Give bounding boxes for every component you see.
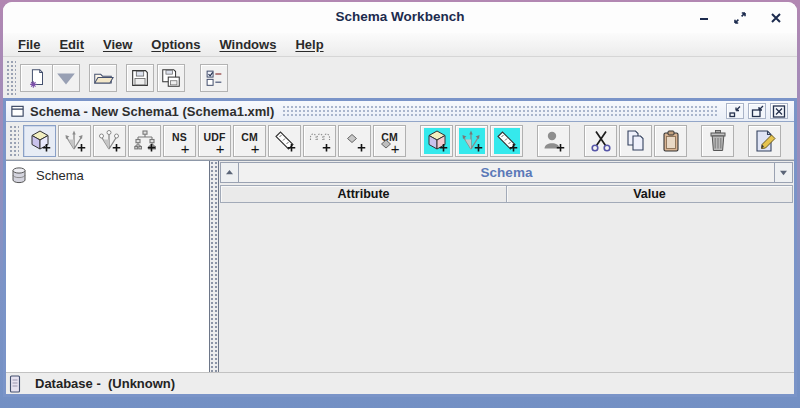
- add-role-icon: [541, 128, 567, 154]
- arrow-up-icon: [225, 169, 234, 176]
- database-icon: [11, 167, 27, 184]
- menu-edit[interactable]: Edit: [51, 35, 92, 54]
- schema-tree[interactable]: Schema: [6, 161, 210, 372]
- add-dimension-button[interactable]: [58, 125, 91, 157]
- schema-frame-titlebar[interactable]: Schema - New Schema1 (Schema1.xml): [6, 101, 794, 122]
- paste-icon: [658, 128, 684, 154]
- add-calculated-member-diamond-icon: CM +: [377, 128, 403, 154]
- new-schema-split-button: [20, 64, 80, 92]
- close-button[interactable]: [768, 10, 783, 25]
- frame-minimize-button[interactable]: [726, 103, 744, 119]
- add-measure-button[interactable]: [268, 125, 301, 157]
- restore-icon: [733, 11, 747, 25]
- add-role-button[interactable]: [537, 125, 570, 157]
- preferences-button[interactable]: [200, 64, 228, 92]
- menu-windows[interactable]: Windows: [211, 35, 284, 54]
- database-status-text: Database - (Unknown): [35, 376, 175, 391]
- add-virtual-cube-button[interactable]: [420, 125, 453, 157]
- add-udf-button[interactable]: UDF +: [198, 125, 231, 157]
- attribute-table-header: Attribute Value: [220, 185, 793, 203]
- new-schema-dropdown-button[interactable]: [52, 64, 80, 92]
- add-calculated-member-property-button[interactable]: CM +: [373, 125, 406, 157]
- menu-options[interactable]: Options: [143, 35, 208, 54]
- attribute-panel-header: Schema: [220, 162, 793, 183]
- menubar: File Edit View Options Windows Help: [3, 33, 797, 57]
- add-cube-button[interactable]: [23, 125, 56, 157]
- edit-mode-button[interactable]: [748, 125, 781, 157]
- add-named-set-button[interactable]: NS +: [163, 125, 196, 157]
- save-as-icon: [160, 67, 182, 89]
- split-pane-divider[interactable]: [210, 161, 219, 372]
- menu-help[interactable]: Help: [287, 35, 331, 54]
- schema-frame-controls: [726, 103, 788, 119]
- add-dimension-usage-button[interactable]: [93, 125, 126, 157]
- save-button[interactable]: [126, 64, 154, 92]
- copy-icon: [623, 128, 649, 154]
- frame-close-button[interactable]: [770, 103, 788, 119]
- add-calculated-member-icon: CM +: [237, 128, 263, 154]
- database-statusbar: Database - (Unknown): [6, 372, 794, 394]
- add-property-icon: [342, 128, 368, 154]
- add-calculated-member-button[interactable]: CM +: [233, 125, 266, 157]
- add-virtual-measure-icon: [494, 128, 520, 154]
- attribute-table-body[interactable]: [219, 203, 794, 372]
- toolbar-grip[interactable]: [6, 60, 16, 95]
- new-schema-button[interactable]: [20, 64, 52, 92]
- schema-frame-icon: [10, 104, 25, 119]
- tree-item-schema[interactable]: Schema: [11, 167, 204, 184]
- add-virtual-dimension-icon: [459, 128, 485, 154]
- add-dimension-icon: [62, 128, 88, 154]
- schema-internal-frame: Schema - New Schema1 (Schema1.xml): [3, 98, 797, 397]
- tree-item-label: Schema: [36, 168, 84, 183]
- add-hierarchy-button[interactable]: [128, 125, 161, 157]
- add-level-button[interactable]: [303, 125, 336, 157]
- preferences-icon: [203, 67, 225, 89]
- schema-workbench-window: Schema Workbench File Edit View Options …: [3, 2, 797, 397]
- window-title: Schema Workbench: [3, 9, 797, 24]
- add-dimension-usage-icon: [97, 128, 123, 154]
- dropdown-button[interactable]: [774, 162, 793, 183]
- add-virtual-measure-button[interactable]: [490, 125, 523, 157]
- collapse-button[interactable]: [220, 162, 239, 183]
- column-header-attribute[interactable]: Attribute: [220, 185, 507, 203]
- delete-icon: [705, 128, 731, 154]
- schema-toolbar: NS + UDF + CM +: [6, 122, 794, 160]
- cut-button[interactable]: [584, 125, 617, 157]
- open-button[interactable]: [89, 64, 117, 92]
- menu-view[interactable]: View: [95, 35, 140, 54]
- add-hierarchy-icon: [132, 128, 158, 154]
- frame-close-icon: [772, 105, 786, 118]
- window-controls: [696, 10, 783, 25]
- minimize-icon: [697, 11, 711, 25]
- add-named-set-icon: NS +: [167, 128, 193, 154]
- add-virtual-dimension-button[interactable]: [455, 125, 488, 157]
- copy-button[interactable]: [619, 125, 652, 157]
- open-icon: [92, 67, 114, 89]
- minimize-button[interactable]: [696, 10, 711, 25]
- add-udf-icon: UDF +: [202, 128, 228, 154]
- arrow-down-icon: [779, 169, 788, 176]
- frame-restore-icon: [750, 105, 764, 118]
- restore-button[interactable]: [732, 10, 747, 25]
- new-dropdown-arrow-icon: [55, 67, 77, 89]
- paste-button[interactable]: [654, 125, 687, 157]
- edit-mode-icon: [752, 128, 778, 154]
- column-header-value[interactable]: Value: [507, 185, 793, 203]
- main-toolbar: [3, 57, 797, 98]
- add-measure-icon: [272, 128, 298, 154]
- schema-frame-title: Schema - New Schema1 (Schema1.xml): [30, 104, 274, 119]
- save-icon: [129, 67, 151, 89]
- frame-restore-button[interactable]: [748, 103, 766, 119]
- database-status-icon: [8, 375, 22, 393]
- frame-minimize-icon: [728, 105, 742, 118]
- cut-icon: [588, 128, 614, 154]
- attribute-panel-title: Schema: [239, 162, 774, 183]
- delete-button[interactable]: [701, 125, 734, 157]
- save-as-button[interactable]: [157, 64, 185, 92]
- add-virtual-cube-icon: [424, 128, 450, 154]
- menu-file[interactable]: File: [10, 35, 48, 54]
- schema-content: Schema Schema Attribute Value: [6, 160, 794, 372]
- schema-toolbar-grip[interactable]: [9, 125, 19, 156]
- titlebar-texture: [282, 105, 718, 118]
- add-property-button[interactable]: [338, 125, 371, 157]
